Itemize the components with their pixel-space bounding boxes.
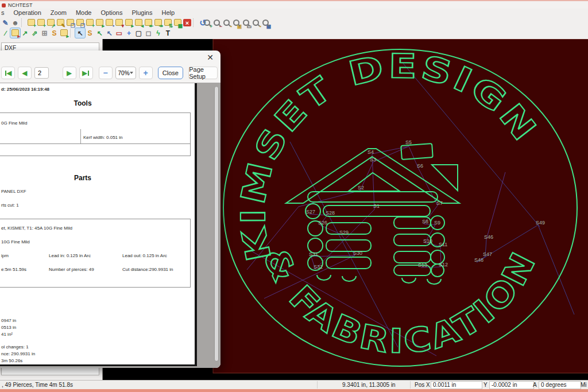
first-page-button[interactable]: ◀ bbox=[1, 67, 15, 79]
part-swap-icon[interactable]: ⇅ bbox=[163, 18, 173, 28]
totals-line: ol changes: 1 bbox=[1, 344, 35, 351]
select-lead-icon[interactable]: ↖ bbox=[105, 28, 114, 38]
run-job-icon[interactable]: ☻ bbox=[10, 18, 20, 28]
part-small-icon[interactable]: ▪ bbox=[105, 18, 114, 28]
menu-options[interactable]: Options bbox=[96, 9, 127, 17]
pan-tool-icon[interactable]: ▢ bbox=[134, 28, 144, 38]
status-bar: , 49 Pierces, Time 4m 51.8s 9.3401 in, 1… bbox=[0, 380, 588, 390]
contour-label-s32: S32 bbox=[314, 264, 323, 270]
contour-label-s31: S31 bbox=[309, 251, 318, 257]
select-pointer-icon[interactable]: ↖ bbox=[75, 28, 85, 38]
menu-help[interactable]: Help bbox=[157, 9, 179, 17]
feed-rate: ipm bbox=[1, 253, 9, 258]
move-part-icon[interactable]: ↗ bbox=[20, 28, 30, 38]
edit-post-icon[interactable]: ✎ bbox=[1, 18, 10, 28]
contour-label-s27: S27 bbox=[306, 209, 315, 215]
zoom-extents-icon[interactable]: ▭ bbox=[241, 18, 251, 28]
part-remove-icon[interactable]: ▾ bbox=[114, 18, 124, 28]
print-preview-dialog: ✕ ◀ ◀ 2 ▶ ▶ − 70% + Close Page Setup d: … bbox=[0, 51, 220, 368]
part-add-multi-icon[interactable]: + bbox=[36, 18, 46, 28]
part-add-icon[interactable]: + bbox=[26, 18, 36, 28]
angle-label: A bbox=[533, 382, 537, 388]
contour-label-s7: S7 bbox=[436, 200, 443, 206]
next-page-button[interactable]: ▶ bbox=[63, 67, 76, 79]
part-back-icon[interactable]: ◂ bbox=[134, 18, 144, 28]
part-next-icon[interactable]: ▸ bbox=[95, 18, 105, 28]
part-copy-icon[interactable]: ❐ bbox=[65, 18, 75, 28]
parts-header: Parts bbox=[74, 174, 91, 182]
select-start-point-icon[interactable]: S bbox=[85, 28, 95, 38]
menu-s[interactable]: s bbox=[0, 9, 9, 17]
angle-value: 0 degrees bbox=[539, 381, 581, 389]
text-tool-icon[interactable]: T bbox=[163, 28, 173, 38]
part-table-icon[interactable]: ▦ bbox=[173, 18, 183, 28]
tools-box-2 bbox=[0, 143, 191, 156]
preview-toolbar: ◀ ◀ 2 ▶ ▶ − 70% + Close Page Setup bbox=[0, 65, 220, 81]
snap-tool-icon[interactable]: S bbox=[49, 28, 59, 38]
menu-mode[interactable]: Mode bbox=[71, 9, 96, 17]
zoom-in-icon[interactable]: + bbox=[202, 18, 212, 28]
part-edit-icon[interactable]: ✎ bbox=[56, 18, 65, 28]
part-forward-icon[interactable]: ▸ bbox=[124, 18, 134, 28]
first-page-bar-icon bbox=[5, 71, 6, 76]
pan-view-icon[interactable]: ⊞ bbox=[40, 28, 49, 38]
contour-label-s26: S26 bbox=[318, 220, 327, 226]
zoom-level-value: 70% bbox=[118, 70, 130, 76]
operation-tool: 10G Fine Mild bbox=[1, 239, 30, 244]
page-number-input[interactable]: 2 bbox=[34, 67, 49, 79]
page-setup-button[interactable]: Page Setup bbox=[188, 67, 218, 79]
zoom-out-icon[interactable]: − bbox=[212, 18, 222, 28]
draw-curve-icon[interactable]: ∕ bbox=[1, 28, 10, 38]
pos-y-label: Y bbox=[483, 382, 488, 388]
preview-scrollbar[interactable] bbox=[214, 86, 219, 362]
app-icon bbox=[2, 3, 6, 7]
zoom-level-select[interactable]: 70% bbox=[115, 67, 136, 79]
contour-tool-icon[interactable]: ▸ bbox=[59, 28, 69, 38]
part-import-icon[interactable]: ↗ bbox=[46, 18, 56, 28]
rotate-part-icon[interactable]: ⇗ bbox=[30, 28, 40, 38]
last-page-bar-icon bbox=[88, 71, 89, 76]
pierce-count: Number of pierces: 49 bbox=[49, 267, 94, 272]
zoom-sheet-icon[interactable]: ▪ bbox=[251, 18, 261, 28]
menu-zoom[interactable]: Zoom bbox=[46, 9, 71, 17]
contour-label-s46: S46 bbox=[484, 234, 493, 240]
menu-plugins[interactable]: Plugins bbox=[127, 9, 157, 17]
parts-cut: rts cut: 1 bbox=[1, 203, 19, 208]
contour-label-s9: S9 bbox=[434, 220, 440, 226]
zoom-in-button[interactable]: + bbox=[139, 67, 153, 79]
totals-line: 0513 in bbox=[1, 324, 16, 331]
part-duplicate-icon[interactable]: ❐ bbox=[75, 18, 85, 28]
contour-label-s30: S30 bbox=[353, 250, 362, 256]
origin-tool-icon[interactable]: + bbox=[124, 28, 134, 38]
chevron-down-icon bbox=[130, 72, 133, 74]
report-printed-date: d: 25/06/2023 16:19:48 bbox=[1, 87, 49, 92]
status-right-partial: Mi bbox=[581, 382, 587, 388]
window-title: NCHTEST bbox=[8, 2, 33, 8]
previous-page-arrow-icon: ◀ bbox=[22, 70, 27, 76]
zoom-window-icon[interactable]: ◻ bbox=[144, 28, 153, 38]
part-properties-icon[interactable]: ▸ bbox=[10, 28, 20, 38]
preview-area: d: 25/06/2023 16:19:48 Tools 0G Fine Mil… bbox=[0, 83, 220, 368]
select-direction-icon[interactable]: ↖ bbox=[95, 28, 105, 38]
simulate-icon[interactable]: ϟ bbox=[153, 28, 163, 38]
part-new-icon[interactable]: + bbox=[85, 18, 95, 28]
toolbar-modes: ∕▸↗⇗⊞S▸↖S↖↖▭+▢◻ϟT bbox=[1, 28, 173, 38]
close-button[interactable]: Close bbox=[158, 67, 184, 79]
menu-operation[interactable]: Operation bbox=[9, 9, 46, 17]
status-separator bbox=[317, 381, 318, 389]
part-first-icon[interactable]: ↞ bbox=[144, 18, 153, 28]
toolbar-separator bbox=[21, 18, 25, 27]
zoom-out-button[interactable]: − bbox=[99, 67, 113, 79]
last-page-button[interactable]: ▶ bbox=[79, 67, 93, 79]
zoom-part-icon[interactable]: ▪ bbox=[222, 18, 231, 28]
zoom-machine-icon[interactable]: ▦ bbox=[261, 18, 270, 28]
previous-page-button[interactable]: ◀ bbox=[18, 67, 32, 79]
pos-x-label: Pos X bbox=[415, 382, 430, 388]
zoom-all-parts-icon[interactable]: ▣ bbox=[231, 18, 241, 28]
window-bottom-edge bbox=[0, 389, 588, 392]
toolbar-parts: ✎☻++↗✎❐❐+▸▪▾▸◂↞↠⇅▦×↺ bbox=[1, 17, 208, 28]
dialog-close-icon[interactable]: ✕ bbox=[207, 53, 214, 62]
delete-part-icon[interactable]: × bbox=[183, 19, 191, 26]
part-last-icon[interactable]: ↠ bbox=[153, 18, 163, 28]
select-contour-icon[interactable]: ▭ bbox=[114, 28, 124, 38]
